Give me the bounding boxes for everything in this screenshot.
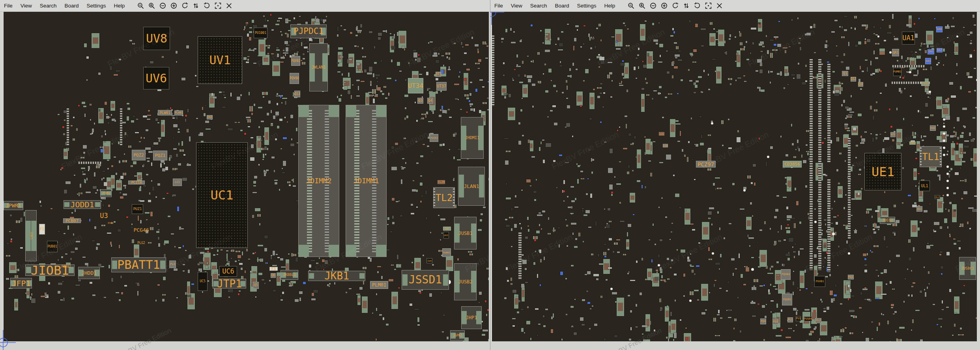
component-ut34[interactable]: UT34 bbox=[408, 78, 423, 93]
component-jkbbl1[interactable]: JKBBL1 bbox=[281, 270, 298, 280]
component-pcz97[interactable]: PCZ97 bbox=[696, 161, 716, 168]
component-tl2[interactable]: TL2 bbox=[433, 187, 455, 208]
component-jspk1[interactable]: JSPK1 bbox=[450, 330, 465, 341]
component-uv6[interactable]: UV6 bbox=[143, 67, 169, 89]
menu-view[interactable]: View bbox=[507, 2, 526, 9]
component-pq3[interactable]: PQ3 bbox=[772, 319, 778, 325]
component-pqv04[interactable]: PQV04 bbox=[781, 269, 791, 280]
menu-search[interactable]: Search bbox=[36, 2, 61, 9]
component-pu1001[interactable]: PU1001 bbox=[254, 28, 267, 38]
component-plg2[interactable]: PLG2 bbox=[137, 242, 146, 245]
component-u28[interactable]: U28 bbox=[663, 144, 668, 147]
component-jssd1[interactable]: JSSD1 bbox=[402, 270, 449, 290]
component-jpwr1[interactable]: JPWR1 bbox=[4, 201, 23, 210]
zoom-out-button[interactable] bbox=[137, 2, 144, 9]
component-eu2[interactable]: EU2 bbox=[930, 125, 936, 131]
component-ul1[interactable]: UL1 bbox=[919, 181, 930, 191]
component-pl1[interactable]: PL1 bbox=[787, 317, 793, 322]
component-pcb07[interactable]: PCB07 bbox=[63, 218, 81, 223]
component-jtp1[interactable]: JTP1 bbox=[213, 279, 246, 289]
close-button[interactable] bbox=[716, 2, 723, 9]
component-jodd1[interactable]: JODD1 bbox=[64, 200, 101, 209]
component-da5[interactable]: DA5 bbox=[928, 49, 934, 54]
component-f1[interactable]: F1 bbox=[39, 224, 45, 235]
component-jwlan1[interactable]: JWLAN1 bbox=[309, 43, 328, 91]
component-pu1[interactable]: PU1 bbox=[796, 316, 801, 321]
rotate-cw-button[interactable] bbox=[204, 2, 210, 9]
menu-help[interactable]: Help bbox=[110, 2, 129, 9]
component-pl2[interactable]: PL2 bbox=[815, 318, 821, 323]
component-puv01[interactable]: PUV01 bbox=[814, 276, 825, 287]
component-ue1[interactable]: UE1 bbox=[864, 153, 901, 190]
component-u26[interactable]: U26 bbox=[659, 132, 664, 136]
fit-view-button[interactable] bbox=[215, 2, 221, 9]
collapse-button[interactable] bbox=[650, 2, 656, 9]
component-q6[interactable]: Q6 bbox=[271, 273, 276, 278]
component-jdimm2[interactable]: JDIMM2 bbox=[298, 105, 339, 257]
component-pus04[interactable]: PUS04 bbox=[804, 316, 812, 321]
component-cu7[interactable]: CU7 bbox=[443, 227, 451, 231]
component-uv2[interactable]: UV2 bbox=[207, 115, 213, 119]
component-u22[interactable]: U22 bbox=[890, 132, 896, 137]
component-jhdd1[interactable]: JHDD1 bbox=[78, 267, 100, 279]
menu-board[interactable]: Board bbox=[61, 2, 83, 9]
component-pqz1[interactable]: PQZ1 bbox=[153, 151, 167, 160]
component-jfan1[interactable]: JFAN1 bbox=[100, 189, 112, 197]
menu-settings[interactable]: Settings bbox=[573, 2, 600, 9]
menu-search[interactable]: Search bbox=[526, 2, 551, 9]
menu-board[interactable]: Board bbox=[551, 2, 573, 9]
menu-settings[interactable]: Settings bbox=[83, 2, 110, 9]
component-pcg46[interactable]: PCG46 bbox=[133, 227, 150, 233]
rotate-ccw-button[interactable] bbox=[672, 2, 679, 9]
flip-vertical-button[interactable] bbox=[193, 2, 199, 9]
collapse-button[interactable] bbox=[159, 2, 166, 9]
component-plm01[interactable]: PLM01 bbox=[370, 281, 388, 289]
component-cd3856[interactable]: CD3856 bbox=[783, 161, 802, 168]
component-q3[interactable]: Q3 bbox=[417, 98, 423, 104]
component-q1[interactable]: Q1 bbox=[842, 71, 848, 76]
component-pl4[interactable]: PL4 bbox=[169, 261, 176, 268]
component-pqv06[interactable]: PQV06 bbox=[290, 73, 299, 84]
zoom-out-button[interactable] bbox=[628, 2, 634, 9]
component-u3[interactable]: U3 bbox=[100, 212, 108, 220]
component-pbatt1[interactable]: PBATT1 bbox=[111, 257, 166, 272]
component-jfp1[interactable]: JFP1 bbox=[10, 278, 32, 289]
rotate-cw-button[interactable] bbox=[694, 2, 701, 9]
component-uv8[interactable]: UV8 bbox=[143, 27, 170, 50]
component-uu1[interactable]: UU1 bbox=[443, 232, 449, 238]
component-plw01[interactable]: PLW01 bbox=[158, 110, 172, 115]
component-jhp1[interactable]: JHP1 bbox=[461, 306, 482, 329]
component-pqz2[interactable]: PQZ2 bbox=[132, 150, 146, 160]
component-iu4[interactable]: IU4 bbox=[426, 258, 432, 263]
zoom-in-button[interactable] bbox=[639, 2, 645, 9]
component-jusb2[interactable]: JUSB2 bbox=[454, 263, 477, 300]
component-pub01[interactable]: PUB01 bbox=[47, 241, 58, 252]
component-sw1[interactable]: SW1 bbox=[909, 141, 916, 145]
component-uv1[interactable]: UV1 bbox=[198, 36, 242, 84]
expand-button[interactable] bbox=[661, 2, 668, 9]
component-q13[interactable]: Q13 bbox=[294, 91, 300, 97]
component-pqv01[interactable]: PQV01 bbox=[782, 294, 792, 305]
rotate-ccw-button[interactable] bbox=[181, 2, 188, 9]
component-pq1[interactable]: PQ1 bbox=[848, 275, 854, 279]
component-pub03[interactable]: PUB03 bbox=[442, 248, 451, 257]
menu-view[interactable]: View bbox=[17, 2, 36, 9]
board-view-right[interactable]: UA1QA1DA6DA5DA7DA3PUM01CU12Q1Q12Q9EU2U22… bbox=[492, 12, 977, 341]
component-jdimm1[interactable]: JDIMM1 bbox=[346, 105, 387, 257]
component-ua1[interactable]: UA1 bbox=[902, 32, 915, 45]
menu-file[interactable]: File bbox=[490, 2, 507, 9]
fit-view-button[interactable] bbox=[705, 2, 712, 9]
component-cu12[interactable]: CU12 bbox=[921, 82, 930, 86]
component-pcz18[interactable]: PCZ18 bbox=[128, 181, 145, 184]
component-tl1[interactable]: TL1 bbox=[920, 146, 942, 167]
component-uc1[interactable]: UC1 bbox=[196, 142, 248, 248]
component-pum01[interactable]: PUM01 bbox=[893, 68, 901, 76]
zoom-in-button[interactable] bbox=[148, 2, 155, 9]
component-pqv03[interactable]: PQV03 bbox=[291, 56, 300, 66]
component-qa1[interactable]: QA1 bbox=[892, 49, 899, 56]
component-pus03[interactable]: PUS03 bbox=[430, 134, 438, 142]
component-cl20[interactable]: CL20 bbox=[438, 180, 445, 184]
component-jlan1[interactable]: JLAN1 bbox=[458, 167, 485, 206]
component-q4[interactable]: Q4 bbox=[427, 98, 433, 104]
component-uc5[interactable]: UC5 bbox=[198, 272, 208, 291]
